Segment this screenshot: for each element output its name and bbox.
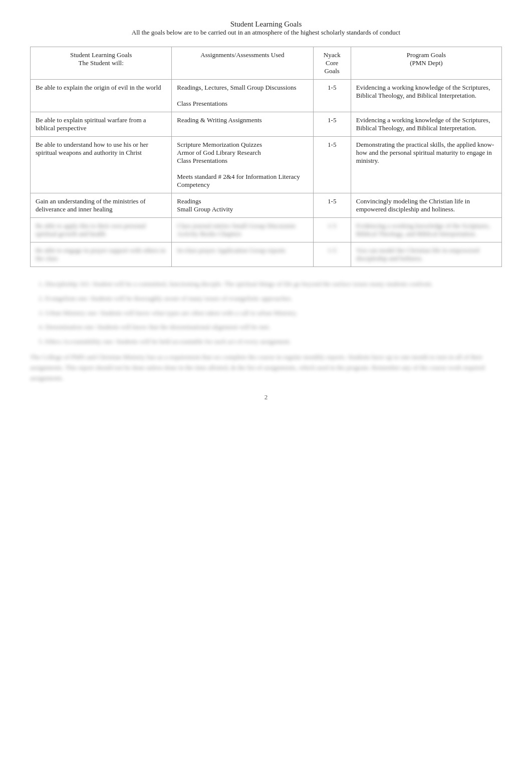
program-cell: Evidencing a working knowledge of the Sc… (351, 80, 501, 112)
goal-cell-blurred: Be able to apply this to their own perso… (31, 218, 172, 242)
assignment-cell: ReadingsSmall Group Activity (172, 193, 313, 218)
assignment-cell: Readings, Lectures, Small Group Discussi… (172, 80, 313, 112)
table-row: Be able to explain spiritual warfare fro… (31, 112, 502, 137)
table-row-blurred: Be able to engage in prayer support with… (31, 242, 502, 267)
nyack-cell: 1-5 (313, 193, 351, 218)
program-cell: Evidencing a working knowledge of the Sc… (351, 112, 501, 137)
table-row-blurred: Be able to apply this to their own perso… (31, 218, 502, 242)
table-row: Be able to understand how to use his or … (31, 137, 502, 193)
page-subtitle: All the goals below are to be carried ou… (30, 29, 502, 37)
goal-cell: Be able to explain the origin of evil in… (31, 80, 172, 112)
nyack-cell: 1-5 (313, 80, 351, 112)
learning-goals-table: Student Learning GoalsThe Student will: … (30, 47, 502, 267)
assignment-cell: Reading & Writing Assignments (172, 112, 313, 137)
assignment-cell-blurred: Class journal entries Small Group Discus… (172, 218, 313, 242)
page-number: 2 (30, 393, 502, 401)
nyack-cell-blurred: 1-5 (313, 218, 351, 242)
page-title: Student Learning Goals (30, 20, 502, 29)
blurred-list: Discipleship 101: Student will be a comm… (45, 279, 502, 347)
list-item: Discipleship 101: Student will be a comm… (45, 279, 502, 290)
program-cell-blurred: Evidencing a working knowledge of the Sc… (351, 218, 501, 242)
program-cell-blurred: You can model the Christian life in empo… (351, 242, 501, 267)
nyack-cell: 1-5 (313, 112, 351, 137)
page-header: Student Learning Goals All the goals bel… (30, 20, 502, 37)
program-cell: Demonstrating the practical skills, the … (351, 137, 501, 193)
header-goals: Student Learning GoalsThe Student will: (31, 47, 172, 80)
goal-cell-blurred: Be able to engage in prayer support with… (31, 242, 172, 267)
goal-cell: Be able to explain spiritual warfare fro… (31, 112, 172, 137)
nyack-cell: 1-5 (313, 137, 351, 193)
table-row: Gain an understanding of the ministries … (31, 193, 502, 218)
header-assignments: Assignments/Assessments Used (172, 47, 313, 80)
list-item: Ethics Accountability one: Students will… (45, 337, 502, 347)
list-item: Denomination one: Students will know tha… (45, 322, 502, 333)
program-cell: Convincingly modeling the Christian life… (351, 193, 501, 218)
header-program: Program Goals(PMN Dept) (351, 47, 501, 80)
nyack-cell-blurred: 1-5 (313, 242, 351, 267)
blurred-paragraph: The College of PMN and Christian Ministr… (30, 352, 502, 383)
assignment-cell-blurred: In-class prayer Application Group report… (172, 242, 313, 267)
list-item: Evangelism one: Students will be thoroug… (45, 294, 502, 304)
assignment-cell: Scripture Memorization QuizzesArmor of G… (172, 137, 313, 193)
list-item: Urban Ministry one: Students will know w… (45, 308, 502, 319)
goal-cell: Be able to understand how to use his or … (31, 137, 172, 193)
table-row: Be able to explain the origin of evil in… (31, 80, 502, 112)
goal-cell: Gain an understanding of the ministries … (31, 193, 172, 218)
header-nyack: NyackCoreGoals (313, 47, 351, 80)
